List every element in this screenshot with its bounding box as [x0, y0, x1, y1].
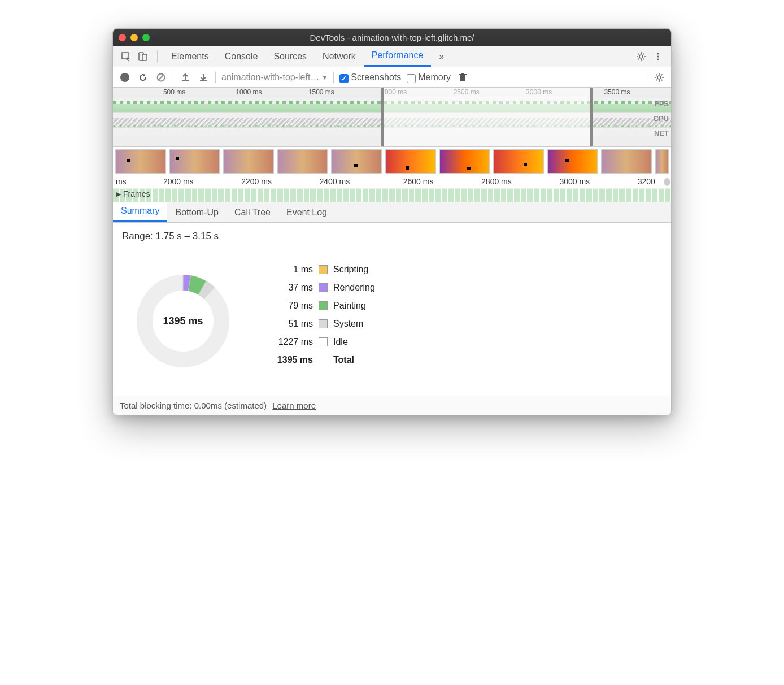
legend-swatch-icon — [319, 319, 328, 328]
legend-value: 1227 ms — [268, 337, 313, 347]
settings-gear-icon[interactable] — [634, 49, 648, 64]
capture-settings-gear-icon[interactable] — [653, 71, 665, 84]
fps-label: FPS — [655, 99, 669, 108]
legend-row: 1 msScripting — [268, 265, 375, 275]
tab-bottom-up[interactable]: Bottom-Up — [167, 203, 226, 222]
frames-track[interactable]: ▶ Frames — [113, 189, 671, 202]
garbage-collect-icon[interactable] — [456, 71, 469, 84]
legend-swatch-icon — [319, 283, 328, 292]
tab-sources[interactable]: Sources — [265, 46, 315, 67]
overview-strip[interactable]: 500 ms 1000 ms 1500 ms 2000 ms 2500 ms 3… — [113, 88, 671, 147]
summary-panel: Range: 1.75 s – 3.15 s 1395 ms 1 msScrip… — [113, 223, 671, 396]
svg-rect-2 — [142, 54, 147, 60]
close-window-icon[interactable] — [119, 34, 126, 41]
screenshot-thumb[interactable] — [439, 149, 490, 174]
legend-value: 79 ms — [268, 301, 313, 311]
divider — [157, 50, 158, 63]
tab-elements[interactable]: Elements — [163, 46, 217, 67]
tab-console[interactable]: Console — [217, 46, 266, 67]
svg-point-3 — [639, 55, 643, 58]
overview-ruler[interactable]: 500 ms 1000 ms 1500 ms 2000 ms 2500 ms 3… — [113, 88, 671, 98]
screenshot-thumb[interactable] — [277, 149, 328, 174]
svg-rect-11 — [460, 75, 465, 81]
screenshot-thumb[interactable] — [385, 149, 436, 174]
legend-row: 79 msPainting — [268, 301, 375, 311]
svg-line-8 — [159, 75, 164, 80]
svg-rect-13 — [461, 73, 464, 74]
ruler-tick: ms — [116, 177, 127, 186]
screenshot-thumb[interactable] — [169, 149, 220, 174]
legend-label: Scripting — [333, 265, 368, 275]
donut-center-value: 1395 ms — [132, 270, 234, 372]
overview-tick: 3500 ms — [604, 88, 630, 96]
svg-rect-12 — [459, 74, 467, 75]
divider — [647, 72, 647, 83]
overview-tick: 2500 ms — [454, 88, 480, 96]
tab-summary[interactable]: Summary — [113, 201, 167, 222]
clear-icon[interactable] — [155, 71, 167, 84]
recording-name: animation-with-top-left… — [221, 72, 319, 83]
tab-network[interactable]: Network — [315, 46, 364, 67]
maximize-window-icon[interactable] — [142, 34, 150, 41]
tab-performance[interactable]: Performance — [364, 46, 432, 67]
overview-fps-band[interactable]: FPS — [113, 98, 671, 112]
inspect-element-icon[interactable] — [119, 49, 133, 64]
load-profile-icon[interactable] — [179, 71, 191, 84]
recording-selector[interactable]: animation-with-top-left… ▼ — [221, 72, 328, 83]
ruler-tick: 3000 ms — [559, 177, 590, 186]
screenshot-thumb[interactable] — [223, 149, 274, 174]
memory-toggle[interactable]: Memory — [407, 72, 451, 83]
summary-donut-chart: 1395 ms — [132, 270, 234, 372]
overview-tick: 500 ms — [163, 88, 185, 96]
legend-row: 51 msSystem — [268, 319, 375, 329]
overview-tick: 1000 ms — [236, 88, 262, 96]
legend-row: 1227 msIdle — [268, 337, 375, 347]
svg-point-4 — [657, 53, 659, 54]
flame-ruler[interactable]: ms 2000 ms 2200 ms 2400 ms 2600 ms 2800 … — [113, 176, 671, 189]
screenshot-thumb[interactable] — [655, 149, 669, 174]
legend-row: 37 msRendering — [268, 283, 375, 293]
screenshot-thumb[interactable] — [601, 149, 652, 174]
titlebar[interactable]: DevTools - animation-with-top-left.glitc… — [113, 29, 671, 46]
tabs-overflow[interactable]: » — [431, 46, 452, 67]
memory-label: Memory — [418, 72, 451, 83]
devtools-main-tabs: Elements Console Sources Network Perform… — [113, 46, 671, 67]
tab-call-tree[interactable]: Call Tree — [227, 203, 278, 222]
overview-net-band[interactable]: NET — [113, 127, 671, 136]
legend-total-label: Total — [333, 355, 354, 365]
screenshot-thumb[interactable] — [547, 149, 598, 174]
window-title: DevTools - animation-with-top-left.glitc… — [310, 33, 474, 42]
learn-more-link[interactable]: Learn more — [272, 401, 316, 410]
svg-point-5 — [657, 55, 659, 57]
checkbox-checked-icon[interactable] — [339, 74, 349, 83]
overview-tick: 2000 ms — [381, 88, 407, 96]
checkbox-icon[interactable] — [407, 74, 416, 83]
analysis-tabs: Summary Bottom-Up Call Tree Event Log — [113, 202, 671, 223]
screenshots-filmstrip[interactable] — [113, 147, 671, 176]
device-toggle-icon[interactable] — [136, 49, 150, 64]
screenshot-thumb[interactable] — [115, 149, 166, 174]
ruler-tick: 2600 ms — [403, 177, 434, 186]
traffic-lights — [119, 34, 150, 41]
scroll-knob[interactable] — [664, 178, 670, 186]
divider — [215, 72, 216, 83]
svg-point-14 — [657, 76, 661, 79]
legend-value: 1 ms — [268, 265, 313, 275]
tab-event-log[interactable]: Event Log — [278, 203, 335, 222]
legend-value: 51 ms — [268, 319, 313, 329]
cpu-label: CPU — [654, 114, 669, 123]
reload-record-icon[interactable] — [137, 71, 149, 84]
save-profile-icon[interactable] — [197, 71, 210, 84]
screenshot-thumb[interactable] — [493, 149, 544, 174]
legend-swatch-icon — [319, 337, 328, 346]
kebab-menu-icon[interactable] — [651, 49, 665, 64]
expand-triangle-icon[interactable]: ▶ — [116, 190, 121, 198]
record-button[interactable] — [119, 71, 131, 84]
screenshot-thumb[interactable] — [331, 149, 382, 174]
screenshots-toggle[interactable]: Screenshots — [339, 72, 401, 83]
overview-cpu-band[interactable]: CPU — [113, 112, 671, 127]
legend-total-value: 1395 ms — [268, 355, 313, 365]
minimize-window-icon[interactable] — [130, 34, 138, 41]
summary-legend: 1 msScripting37 msRendering79 msPainting… — [268, 265, 375, 373]
svg-point-6 — [657, 58, 659, 60]
